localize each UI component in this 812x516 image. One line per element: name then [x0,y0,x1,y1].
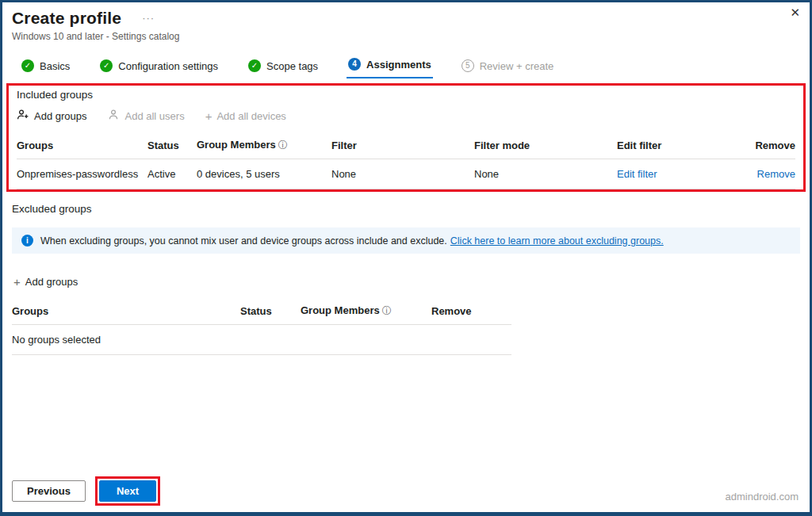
plus-icon: + [205,110,213,122]
info-icon[interactable]: ⓘ [278,140,288,151]
footer: Previous Next [12,476,160,506]
tab-basics[interactable]: ✓ Basics [20,59,71,78]
empty-row: No groups selected [12,325,511,355]
group-filter: None [331,159,474,189]
add-all-users-label: Add all users [125,110,185,122]
step-label: Configuration settings [118,60,218,72]
step-number-icon: 4 [348,58,361,71]
excluded-table-header: Groups Status Group Membersⓘ Remove [12,299,511,325]
column-group-members: Group Membersⓘ [197,133,331,159]
step-label: Scope tags [266,60,318,72]
person-add-icon [17,109,29,124]
previous-button[interactable]: Previous [12,480,86,502]
column-remove: Remove [431,300,501,323]
info-banner-text: When excluding groups, you cannot mix us… [40,235,664,247]
no-groups-selected-text: No groups selected [12,325,101,354]
tab-assignments[interactable]: 4 Assignments [347,58,433,78]
add-groups-button[interactable]: Add groups [17,109,87,124]
excluded-add-groups-label: Add groups [25,276,79,288]
add-all-devices-button[interactable]: + Add all devices [205,110,286,122]
excluding-groups-learn-more-link[interactable]: Click here to learn more about excluding… [450,235,664,247]
close-icon[interactable]: ✕ [790,6,800,20]
edit-filter-link[interactable]: Edit filter [617,168,657,180]
column-remove: Remove [744,134,795,158]
tab-configuration-settings[interactable]: ✓ Configuration settings [98,59,220,78]
check-icon: ✓ [248,59,261,72]
wizard-steps: ✓ Basics ✓ Configuration settings ✓ Scop… [20,58,810,78]
page-subtitle: Windows 10 and later - Settings catalog [12,31,799,42]
group-filter-mode: None [474,159,617,189]
included-groups-table: Groups Status Group Membersⓘ Filter Filt… [17,133,795,189]
info-banner: i When excluding groups, you cannot mix … [12,227,800,254]
column-filter: Filter [331,134,474,158]
header: Create profile ··· Windows 10 and later … [2,2,810,42]
watermark: admindroid.com [726,491,799,503]
included-groups-heading: Included groups [17,89,795,101]
check-icon: ✓ [100,59,113,72]
column-groups: Groups [17,134,147,158]
add-groups-label: Add groups [34,110,87,122]
column-group-members: Group Membersⓘ [301,299,431,324]
excluded-groups-table: Groups Status Group Membersⓘ Remove No g… [12,299,511,355]
person-icon [108,109,121,124]
add-all-devices-label: Add all devices [216,110,285,122]
annotation-box-included-groups: Included groups Add groups [6,83,806,192]
excluded-toolbar: + Add groups [13,276,810,288]
group-members: 0 devices, 5 users [197,159,331,189]
column-edit-filter: Edit filter [617,134,744,158]
create-profile-window: Create profile ··· Windows 10 and later … [0,0,812,516]
column-filter-mode: Filter mode [474,134,617,158]
more-options-icon[interactable]: ··· [142,12,155,24]
step-label: Basics [40,60,70,72]
remove-link[interactable]: Remove [757,168,795,180]
tab-scope-tags[interactable]: ✓ Scope tags [247,59,320,78]
page-title: Create profile [12,9,121,28]
column-groups: Groups [12,300,240,323]
info-icon[interactable]: ⓘ [382,305,392,316]
excluded-groups-heading: Excluded groups [12,203,799,215]
included-table-header: Groups Status Group Membersⓘ Filter Filt… [17,133,795,159]
group-status: Active [147,159,197,189]
column-status: Status [240,300,301,323]
step-number-icon: 5 [462,59,474,72]
next-button[interactable]: Next [99,480,156,502]
add-all-users-button[interactable]: Add all users [108,109,185,124]
included-toolbar: Add groups Add all users + Add all devic… [17,109,795,124]
step-label: Assignments [366,59,431,71]
tab-review-create[interactable]: 5 Review + create [460,59,556,78]
plus-icon: + [13,276,21,288]
table-row: Onpremises-passwordless Active 0 devices… [17,159,795,189]
step-label: Review + create [480,60,554,72]
group-name: Onpremises-passwordless [17,159,147,189]
info-icon: i [21,235,33,247]
excluded-add-groups-button[interactable]: + Add groups [13,276,78,288]
column-status: Status [147,134,197,158]
annotation-box-next: Next [95,476,160,506]
check-icon: ✓ [21,59,34,72]
